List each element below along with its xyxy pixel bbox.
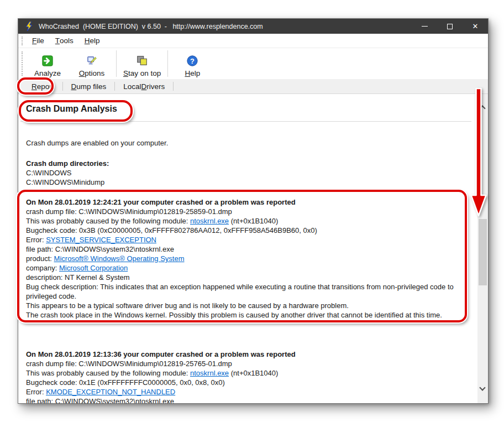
help-label: Help xyxy=(185,69,200,77)
report-link[interactable]: SYSTEM_SERVICE_EXCEPTION xyxy=(46,236,156,244)
directory-path: C:\WINDOWS xyxy=(26,168,471,178)
maximize-button[interactable] xyxy=(437,19,463,34)
menu-help[interactable]: Help xyxy=(79,34,106,48)
title-bar[interactable]: WhoCrashed (HOME EDITION) v 6.50 - http:… xyxy=(18,19,488,34)
directories-label: Crash dump directories: xyxy=(26,159,471,168)
toolbar-separator xyxy=(116,50,117,77)
toolbar-separator xyxy=(167,50,168,77)
toolbar: Analyze Options xyxy=(18,48,488,79)
menu-file[interactable]: File xyxy=(27,34,50,48)
analyze-label: Analyze xyxy=(34,69,61,77)
report-link[interactable]: ntoskrnl.exe xyxy=(190,217,229,225)
report-link[interactable]: Microsoft® Windows® Operating System xyxy=(54,254,185,263)
options-button[interactable]: Options xyxy=(70,48,114,79)
crash-detail-line: This was probably caused by the followin… xyxy=(26,216,471,226)
crash-detail-line: crash dump file: C:\WINDOWS\Minidump\012… xyxy=(26,207,471,216)
crash-detail-line: company: Microsoft Corporation xyxy=(26,263,471,273)
crash-detail-line: product: Microsoft® Windows® Operating S… xyxy=(26,254,471,263)
crash-detail-line: Bugcheck code: 0x3B (0xC0000005, 0xFFFFF… xyxy=(26,226,471,235)
toolbar-gripper xyxy=(22,51,23,76)
whocrashed-window: WhoCrashed (HOME EDITION) v 6.50 - http:… xyxy=(18,18,489,404)
crash-detail-line: This was probably caused by the followin… xyxy=(26,368,471,378)
crash-detail-line: This appears to be a typical software dr… xyxy=(26,301,471,310)
crash-title: On Mon 28.01.2019 12:13:36 your computer… xyxy=(26,350,471,359)
vertical-scrollbar[interactable] xyxy=(477,94,488,403)
crash-detail-line: The crash took place in the Windows kern… xyxy=(26,310,471,320)
minimize-button[interactable] xyxy=(412,19,437,34)
crash-dumps-status: Crash dumps are enabled on your computer… xyxy=(26,138,471,148)
scroll-up-icon[interactable] xyxy=(479,105,485,111)
crash-detail-line: file path: C:\WINDOWS\system32\ntoskrnl.… xyxy=(26,244,471,254)
crash-title: On Mon 28.01.2019 12:24:21 your computer… xyxy=(26,197,471,207)
close-icon: ✕ xyxy=(473,23,479,30)
app-lightning-icon xyxy=(24,22,34,31)
analyze-icon xyxy=(41,54,54,67)
minimize-icon xyxy=(422,26,428,27)
options-label: Options xyxy=(79,69,105,77)
scroll-down-icon[interactable] xyxy=(479,384,485,390)
maximize-icon xyxy=(447,24,453,29)
help-button[interactable]: ? Help xyxy=(170,48,214,79)
heading-divider xyxy=(20,121,471,122)
close-button[interactable]: ✕ xyxy=(463,19,488,34)
report-pane: Crash Dump Analysis Crash dumps are enab… xyxy=(18,94,488,403)
crash-detail-line: crash dump file: C:\WINDOWS\Minidump\012… xyxy=(26,359,471,368)
tab-report[interactable]: Report xyxy=(23,79,62,93)
report-link[interactable]: Microsoft Corporation xyxy=(59,264,128,272)
crash-report: On Mon 28.01.2019 12:13:36 your computer… xyxy=(26,350,471,403)
scrollbar-thumb[interactable] xyxy=(479,219,487,285)
options-icon xyxy=(85,54,98,67)
report-link[interactable]: ntoskrnl.exe xyxy=(190,369,229,377)
crash-detail-line: Error: KMODE_EXCEPTION_NOT_HANDLED xyxy=(26,387,471,397)
menu-gripper xyxy=(22,37,23,45)
tab-separator xyxy=(173,82,174,91)
stay-on-top-button[interactable]: Stay on top xyxy=(119,48,165,79)
directory-path: C:\WINDOWS\Minidump xyxy=(26,178,471,187)
report-link[interactable]: KMODE_EXCEPTION_NOT_HANDLED xyxy=(46,388,175,396)
tab-local-drivers[interactable]: Local Drivers xyxy=(115,79,173,93)
page-title: Crash Dump Analysis xyxy=(26,103,471,115)
menu-bar: File Tools Help xyxy=(18,34,488,48)
crash-detail-line: description: NT Kernel & System xyxy=(26,273,471,282)
stay-on-top-icon xyxy=(135,54,149,67)
crash-report-list: On Mon 28.01.2019 12:24:21 your computer… xyxy=(26,197,471,403)
crash-detail-line: Error: SYSTEM_SERVICE_EXCEPTION xyxy=(26,235,471,244)
crash-detail-line: Bugcheck code: 0x1E (0xFFFFFFFFC0000005,… xyxy=(26,378,471,387)
menu-tools[interactable]: Tools xyxy=(50,34,79,48)
tab-dump-files[interactable]: Dump files xyxy=(63,79,115,93)
help-icon: ? xyxy=(186,54,199,67)
tab-bar: Report Dump files Local Drivers xyxy=(18,79,488,94)
crash-detail-line: Bug check description: This indicates th… xyxy=(26,282,471,301)
stay-on-top-label: Stay on top xyxy=(123,69,161,77)
analyze-button[interactable]: Analyze xyxy=(25,48,70,79)
crash-detail-line: file path: C:\WINDOWS\system32\ntoskrnl.… xyxy=(26,397,471,403)
window-title: WhoCrashed (HOME EDITION) v 6.50 - http:… xyxy=(39,23,412,30)
crash-report: On Mon 28.01.2019 12:24:21 your computer… xyxy=(26,197,471,320)
svg-text:?: ? xyxy=(190,57,195,65)
